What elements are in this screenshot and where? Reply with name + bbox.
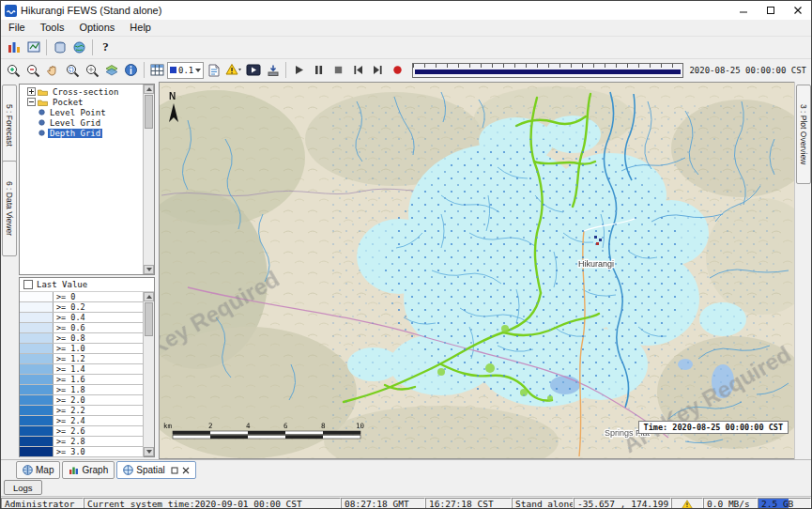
svg-text:2: 2 [208, 422, 213, 430]
grid-display-icon[interactable] [147, 61, 167, 80]
legend-row: >= 1.2 [20, 354, 144, 364]
expand-icon[interactable] [27, 87, 36, 96]
time-slider[interactable] [412, 63, 683, 78]
tree-item-label: Cross-section [51, 87, 120, 97]
legend-swatch [20, 447, 54, 456]
chevron-down-icon [195, 69, 201, 72]
legend-swatch [20, 395, 54, 405]
tab-forecast[interactable]: 5 : Forecast [2, 85, 17, 165]
float-panel-icon[interactable] [171, 467, 178, 474]
thresholds-warning-icon[interactable] [223, 61, 243, 80]
node-icon [38, 130, 45, 136]
tab-map[interactable]: Map [16, 461, 60, 479]
status-coordinates: -35.657 , 174.199 [574, 498, 671, 509]
tab-plot-overview[interactable]: 3 : Plot Overview [796, 85, 811, 184]
data-viewer-panel: Cross-section Pocket Level Point [17, 82, 159, 459]
status-warning[interactable] [671, 498, 703, 509]
scroll-up-icon[interactable] [144, 85, 154, 94]
legend-row: >= 1.6 [20, 375, 144, 385]
close-panel-icon[interactable] [182, 467, 190, 474]
legend-swatch [20, 364, 54, 374]
legend-classes: >= 0 >= 0.2 >= 0.4 >= 0.6 >= 0.8 >= 1.0 … [20, 292, 144, 456]
zoom-box-icon[interactable] [62, 61, 82, 80]
current-time-label: 2020-08-25 00:00:00 CST [689, 66, 806, 75]
tab-spatial[interactable]: Spatial [116, 461, 196, 479]
warning-icon [682, 500, 693, 509]
map-render: API Key Required API Key Required Hikura… [160, 83, 796, 458]
legend-swatch [20, 426, 54, 436]
legend-row: >= 0.6 [20, 323, 144, 333]
tree-item-pocket[interactable]: Pocket [20, 97, 144, 107]
legend-row: >= 0.4 [20, 313, 144, 323]
tree-item-level-point[interactable]: Level Point [20, 107, 144, 117]
legend-swatch [20, 416, 54, 425]
svg-text:N: N [169, 91, 176, 101]
legend-swatch [20, 354, 54, 363]
chart-icon [69, 465, 79, 475]
menu-bar: File Tools Options Help [1, 20, 811, 37]
database-icon[interactable] [50, 38, 69, 56]
skip-start-icon[interactable] [348, 61, 368, 80]
scrollbar-thumb[interactable] [145, 95, 153, 129]
save-display-icon[interactable] [263, 61, 283, 80]
logs-button[interactable]: Logs [4, 480, 42, 495]
legend-row: >= 2.8 [20, 437, 144, 447]
info-icon[interactable] [121, 61, 141, 80]
zoom-in-icon[interactable] [3, 61, 23, 80]
animation-player-icon[interactable] [243, 61, 263, 80]
explorer-icon[interactable] [4, 38, 23, 56]
status-system-time: Current system time:2020-09-01 00:00 CST [84, 498, 341, 509]
status-local-time: 16:27:18 CST [425, 498, 512, 509]
help-icon[interactable]: ? [96, 38, 115, 56]
profile-document-icon[interactable] [204, 61, 223, 80]
data-display-icon[interactable] [23, 38, 43, 56]
menu-file[interactable]: File [1, 20, 33, 36]
menu-tools[interactable]: Tools [33, 20, 72, 36]
scroll-down-icon[interactable] [144, 447, 154, 456]
record-icon[interactable] [388, 61, 407, 80]
scroll-down-icon[interactable] [144, 265, 154, 274]
menu-options[interactable]: Options [71, 20, 122, 36]
time-slider-bar [415, 69, 681, 74]
menu-help[interactable]: Help [122, 20, 159, 36]
maximize-icon[interactable] [757, 1, 784, 20]
tree-item-label: Depth Grid [48, 129, 102, 138]
left-tab-strip: 5 : Forecast 6 : Data Viewer [1, 82, 18, 459]
map-canvas[interactable]: API Key Required API Key Required Hikura… [159, 82, 797, 459]
tab-data-viewer[interactable]: 6 : Data Viewer [2, 161, 17, 256]
legend-swatch [20, 375, 54, 384]
tree-item-cross-section[interactable]: Cross-section [20, 86, 144, 97]
layers-icon[interactable] [101, 61, 121, 80]
spatial-display-icon[interactable] [69, 38, 89, 56]
pan-hand-icon[interactable] [42, 61, 62, 80]
tree-item-label: Level Point [48, 108, 108, 117]
close-icon[interactable] [784, 1, 811, 20]
legend-row: >= 0.2 [20, 302, 144, 313]
legend-row: >= 2.4 [20, 416, 144, 426]
contour-threshold-select[interactable]: 0.1 [167, 62, 204, 79]
parameter-tree: Cross-section Pocket Level Point [19, 84, 155, 275]
scroll-up-icon[interactable] [144, 292, 154, 301]
pause-icon[interactable] [309, 61, 329, 80]
tree-scrollbar[interactable] [143, 85, 154, 274]
stop-icon[interactable] [329, 61, 348, 80]
zoom-out-icon[interactable] [23, 61, 42, 80]
tree-item-level-grid[interactable]: Level Grid [20, 117, 144, 128]
scrollbar-thumb[interactable] [145, 302, 153, 336]
tree-item-depth-grid[interactable]: Depth Grid [20, 128, 144, 138]
legend-scrollbar[interactable] [143, 292, 154, 456]
collapse-icon[interactable] [27, 98, 36, 106]
toolbar-separator [92, 39, 93, 55]
skip-end-icon[interactable] [368, 61, 388, 80]
legend-row: >= 2.6 [20, 426, 144, 437]
main-toolbar: ? [1, 36, 811, 59]
tab-graph[interactable]: Graph [62, 461, 115, 479]
status-user: Administrator [1, 498, 84, 509]
zoom-extent-icon[interactable] [82, 61, 101, 80]
play-icon[interactable] [289, 61, 309, 80]
town-label: Hikurangi [578, 259, 614, 269]
content-area: 5 : Forecast 6 : Data Viewer Cross-secti… [1, 82, 811, 459]
legend-row: >= 2.2 [20, 406, 144, 416]
last-value-checkbox[interactable] [23, 280, 33, 289]
minimize-icon[interactable] [729, 1, 757, 20]
